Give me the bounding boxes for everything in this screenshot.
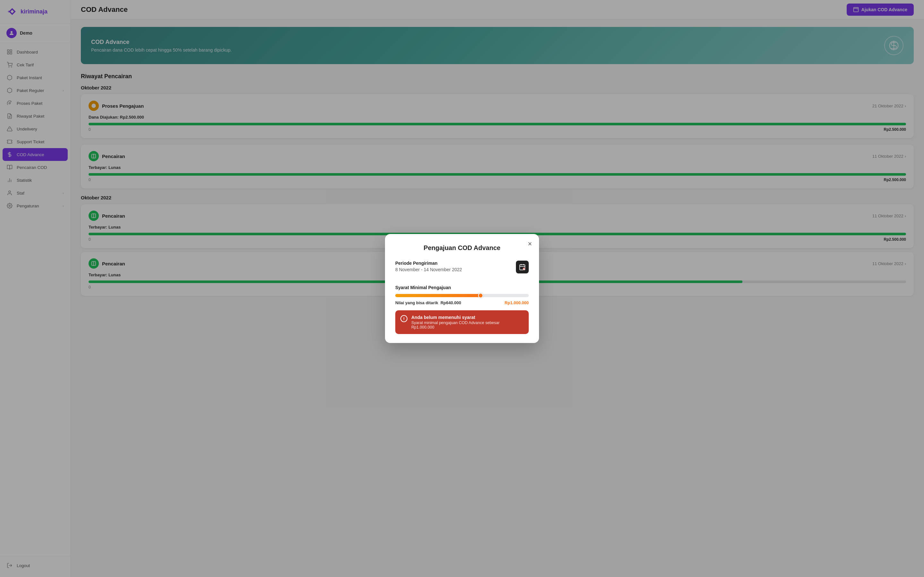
alert-subtitle: Syarat minimal pengajuan COD Advance seb… bbox=[411, 321, 523, 330]
progress-current: Nilai yang bisa ditarik Rp640.000 bbox=[395, 300, 461, 305]
modal-period-row: Periode Pengiriman 8 November - 14 Novem… bbox=[395, 261, 529, 279]
modal-pengajuan: Pengajuan COD Advance × Periode Pengirim… bbox=[385, 234, 539, 343]
modal-period-info: Periode Pengiriman 8 November - 14 Novem… bbox=[395, 261, 462, 279]
alert-text: Anda belum memenuhi syarat Syarat minima… bbox=[411, 315, 523, 330]
alert-title: Anda belum memenuhi syarat bbox=[411, 315, 523, 320]
alert-error-icon: ! bbox=[401, 315, 407, 322]
svg-text:⏰: ⏰ bbox=[523, 268, 525, 270]
period-value: 8 November - 14 November 2022 bbox=[395, 267, 462, 272]
progress-target: Rp1.000.000 bbox=[505, 300, 529, 305]
period-label: Periode Pengiriman bbox=[395, 261, 462, 266]
alert-error: ! Anda belum memenuhi syarat Syarat mini… bbox=[395, 310, 529, 334]
modal-progress-bar bbox=[395, 294, 529, 297]
modal-progress-fill bbox=[395, 294, 481, 297]
modal-close-button[interactable]: × bbox=[528, 240, 532, 247]
modal-overlay[interactable]: Pengajuan COD Advance × Periode Pengirim… bbox=[0, 0, 924, 577]
progress-current-label: Nilai yang bisa ditarik bbox=[395, 300, 438, 305]
modal-progress-thumb bbox=[478, 293, 483, 298]
progress-current-value: Rp640.000 bbox=[441, 300, 461, 305]
modal-title: Pengajuan COD Advance bbox=[395, 244, 529, 251]
modal-progress-labels: Nilai yang bisa ditarik Rp640.000 Rp1.00… bbox=[395, 300, 529, 305]
calendar-icon: ⏰ bbox=[516, 261, 529, 274]
syarat-label: Syarat Minimal Pengajuan bbox=[395, 285, 529, 290]
